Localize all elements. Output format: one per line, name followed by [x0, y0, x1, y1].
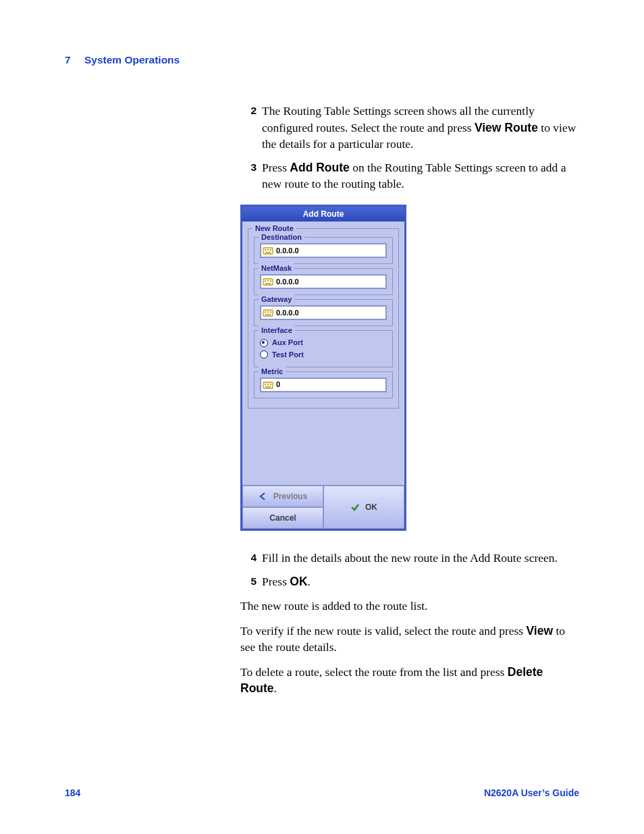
new-route-group: New Route Destination 0.0.0.0 Ne — [248, 228, 399, 409]
paragraph: The new route is added to the route list… — [240, 598, 579, 615]
gateway-field[interactable]: 0.0.0.0 — [260, 305, 387, 320]
step-number: 5 — [240, 573, 257, 590]
svg-rect-16 — [265, 384, 266, 385]
svg-rect-11 — [265, 311, 266, 313]
radio-label: Aux Port — [272, 338, 303, 348]
page-content: 2 The Routing Table Settings screen show… — [240, 103, 579, 697]
text-run: Press — [262, 161, 290, 174]
svg-rect-1 — [265, 249, 266, 251]
keyboard-icon — [263, 246, 273, 255]
bold-term: View Route — [475, 121, 538, 134]
step-number: 2 — [240, 103, 257, 153]
interface-group: Interface Aux Port Test Port — [254, 330, 393, 367]
check-icon — [350, 502, 360, 512]
step-5: 5 Press OK. — [240, 573, 579, 590]
test-port-radio[interactable]: Test Port — [260, 350, 387, 360]
svg-rect-12 — [267, 311, 269, 313]
document-title: N2620A User’s Guide — [484, 787, 579, 800]
svg-rect-13 — [270, 311, 271, 313]
step-2: 2 The Routing Table Settings screen show… — [240, 103, 579, 153]
svg-rect-19 — [265, 386, 271, 388]
destination-value: 0.0.0.0 — [276, 246, 299, 256]
keyboard-icon — [263, 277, 273, 286]
svg-rect-7 — [267, 280, 269, 282]
svg-rect-14 — [265, 314, 271, 315]
step-4: 4 Fill in the details about the new rout… — [240, 550, 579, 567]
svg-rect-10 — [263, 310, 273, 316]
destination-field[interactable]: 0.0.0.0 — [260, 243, 387, 258]
svg-rect-17 — [267, 384, 269, 385]
field-label: Metric — [259, 367, 286, 377]
bold-term: OK — [290, 575, 307, 588]
svg-rect-0 — [263, 248, 273, 254]
metric-field[interactable]: 0 — [260, 377, 387, 392]
aux-port-radio[interactable]: Aux Port — [260, 338, 387, 348]
page-number: 184 — [65, 787, 80, 800]
svg-rect-5 — [263, 279, 273, 285]
text-run: . — [274, 681, 277, 695]
keyboard-icon — [263, 380, 273, 390]
dialog-title: Add Route — [242, 207, 404, 222]
field-label: Interface — [259, 325, 295, 336]
text-run: To verify if the new route is valid, sel… — [240, 624, 527, 637]
field-label: NetMask — [259, 263, 294, 273]
svg-rect-8 — [270, 280, 271, 282]
chapter-title: System Operations — [84, 54, 180, 66]
dialog-buttons: Previous Cancel OK — [242, 485, 404, 529]
step-3: 3 Press Add Route on the Routing Table S… — [240, 159, 579, 192]
radio-icon — [260, 339, 268, 347]
svg-rect-15 — [263, 382, 273, 388]
step-text: The Routing Table Settings screen shows … — [262, 103, 579, 153]
step-text: Press Add Route on the Routing Table Set… — [262, 159, 579, 192]
field-label: Gateway — [259, 294, 294, 305]
page-header: 7 System Operations — [65, 53, 180, 68]
netmask-value: 0.0.0.0 — [276, 277, 299, 287]
svg-rect-18 — [270, 384, 271, 385]
text-run: Press — [262, 575, 290, 588]
metric-group: Metric 0 — [254, 371, 393, 398]
step-number: 3 — [240, 159, 257, 192]
step-text: Press OK. — [262, 573, 579, 590]
gateway-value: 0.0.0.0 — [276, 308, 299, 318]
svg-rect-9 — [265, 283, 271, 284]
previous-button[interactable]: Previous — [242, 486, 323, 507]
metric-value: 0 — [276, 380, 280, 390]
add-route-dialog: Add Route New Route Destination 0.0.0.0 — [240, 205, 406, 531]
arrow-left-icon — [259, 492, 268, 501]
svg-rect-3 — [270, 249, 271, 251]
radio-icon — [260, 350, 268, 359]
svg-rect-4 — [265, 252, 271, 253]
gateway-group: Gateway 0.0.0.0 — [254, 299, 393, 326]
add-route-screenshot: Add Route New Route Destination 0.0.0.0 — [240, 205, 579, 531]
text-run: To delete a route, select the route from… — [240, 665, 508, 679]
ok-button[interactable]: OK — [323, 486, 404, 529]
text-run: . — [308, 575, 311, 588]
svg-rect-2 — [267, 249, 269, 251]
paragraph: To verify if the new route is valid, sel… — [240, 623, 579, 656]
bold-term: View — [527, 624, 554, 637]
netmask-field[interactable]: 0.0.0.0 — [260, 274, 387, 289]
keyboard-icon — [263, 308, 273, 317]
step-text: Fill in the details about the new route … — [262, 550, 579, 567]
button-label: OK — [365, 502, 377, 513]
step-number: 4 — [240, 550, 257, 567]
netmask-group: NetMask 0.0.0.0 — [254, 268, 393, 295]
chapter-number: 7 — [65, 53, 71, 68]
destination-group: Destination 0.0.0.0 — [254, 237, 393, 264]
cancel-button[interactable]: Cancel — [242, 507, 323, 529]
button-label: Cancel — [269, 513, 296, 524]
svg-rect-6 — [265, 280, 266, 282]
bold-term: Add Route — [290, 161, 349, 174]
radio-label: Test Port — [272, 350, 304, 360]
field-label: Destination — [259, 232, 304, 242]
button-label: Previous — [273, 491, 308, 502]
paragraph: To delete a route, select the route from… — [240, 664, 579, 697]
